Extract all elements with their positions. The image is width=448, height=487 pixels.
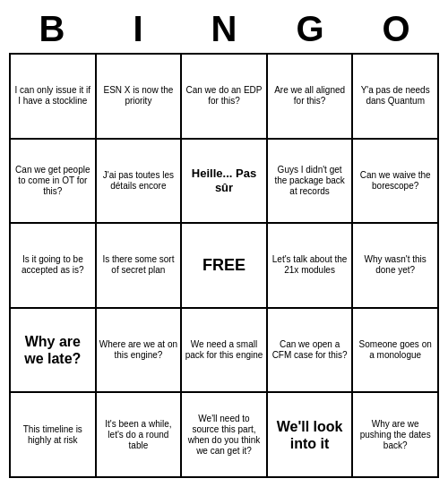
bingo-cell-5[interactable]: Can we get people to come in OT for this… [10, 139, 96, 224]
letter-i: I [99, 9, 177, 49]
bingo-cell-18[interactable]: Can we open a CFM case for this? [267, 308, 353, 393]
bingo-cell-12[interactable]: FREE [181, 223, 267, 308]
bingo-cell-10[interactable]: Is it going to be accepted as is? [10, 223, 96, 308]
bingo-cell-15[interactable]: Why are we late? [10, 308, 96, 393]
bingo-cell-6[interactable]: J'ai pas toutes les détails encore [96, 139, 182, 224]
bingo-cell-2[interactable]: Can we do an EDP for this? [181, 54, 267, 139]
bingo-cell-24[interactable]: Why are we pushing the dates back? [352, 392, 438, 477]
bingo-cell-19[interactable]: Someone goes on a monologue [352, 308, 438, 393]
bingo-cell-14[interactable]: Why wasn't this done yet? [352, 223, 438, 308]
bingo-cell-13[interactable]: Let's talk about the 21x modules [267, 223, 353, 308]
letter-b: B [13, 9, 91, 49]
bingo-cell-1[interactable]: ESN X is now the priority [96, 54, 182, 139]
bingo-cell-8[interactable]: Guys I didn't get the package back at re… [267, 139, 353, 224]
bingo-cell-21[interactable]: It's been a while, let's do a round tabl… [96, 392, 182, 477]
bingo-cell-22[interactable]: We'll need to source this part, when do … [181, 392, 267, 477]
letter-n: N [185, 9, 263, 49]
bingo-cell-16[interactable]: Where are we at on this engine? [96, 308, 182, 393]
bingo-cell-7[interactable]: Heille... Pas sûr [181, 139, 267, 224]
bingo-cell-11[interactable]: Is there some sort of secret plan [96, 223, 182, 308]
bingo-cell-9[interactable]: Can we waive the borescope? [352, 139, 438, 224]
bingo-cell-20[interactable]: This timeline is highly at risk [10, 392, 96, 477]
bingo-title: B I N G O [9, 9, 439, 49]
letter-g: G [271, 9, 349, 49]
bingo-grid: I can only issue it if I have a stocklin… [9, 53, 439, 478]
bingo-cell-0[interactable]: I can only issue it if I have a stocklin… [10, 54, 96, 139]
letter-o: O [357, 9, 435, 49]
bingo-cell-4[interactable]: Y'a pas de needs dans Quantum [352, 54, 438, 139]
bingo-cell-17[interactable]: We need a small pack for this engine [181, 308, 267, 393]
bingo-cell-23[interactable]: We'll look into it [267, 392, 353, 477]
bingo-cell-3[interactable]: Are we all aligned for this? [267, 54, 353, 139]
